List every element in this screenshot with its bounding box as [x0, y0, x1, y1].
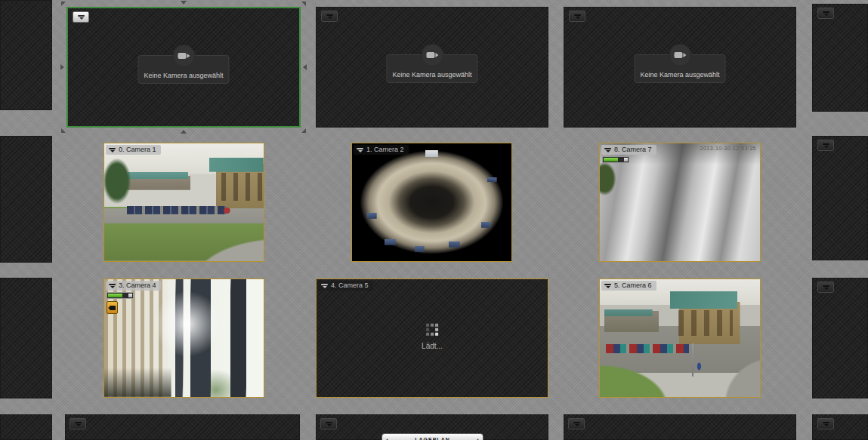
camera-event-icon [107, 301, 118, 314]
camera-tile-camera-6[interactable]: 5. Camera 6 [599, 278, 761, 398]
no-camera-placeholder: Keine Kamera ausgewählt [634, 54, 725, 83]
camera-menu-icon [823, 421, 829, 426]
loading-indicator: Lädt... [422, 324, 443, 350]
stream-level-fill [604, 158, 618, 162]
video-camera-icon [426, 52, 438, 59]
camera-menu-button[interactable] [817, 140, 834, 151]
camera-tile-camera-5[interactable]: 4. Camera 5 Lädt... [316, 278, 548, 398]
view-selector[interactable]: ▴ LAGEPLAN ▴ [381, 433, 483, 440]
camera-tile-empty-2[interactable]: Keine Kamera ausgewählt [564, 7, 796, 128]
camera-feed-image [600, 279, 760, 397]
camera-tile-empty-right-3[interactable] [812, 278, 868, 398]
camera-menu-button[interactable] [568, 418, 585, 429]
no-camera-placeholder: Keine Kamera ausgewählt [386, 54, 477, 83]
loading-text: Lädt... [422, 342, 443, 350]
camera-menu-icon[interactable] [321, 283, 328, 288]
resize-handle-nw[interactable] [61, 2, 66, 6]
camera-label: 4. Camera 5 [331, 281, 369, 291]
loading-spinner-icon [426, 324, 438, 336]
camera-label-bar[interactable]: 3. Camera 4 [106, 281, 161, 291]
camera-menu-icon [78, 14, 85, 20]
no-camera-message: Keine Kamera ausgewählt [144, 72, 223, 83]
camera-menu-icon[interactable] [357, 147, 363, 152]
scroll-up-icon-right[interactable]: ▴ [477, 437, 479, 440]
no-camera-message: Keine Kamera ausgewählt [392, 71, 471, 82]
camera-tile-empty-left-1[interactable] [0, 0, 52, 110]
camera-label: 5. Camera 6 [614, 281, 652, 291]
resize-handle-sw[interactable] [61, 128, 66, 133]
camera-tile-empty-1[interactable]: Keine Kamera ausgewählt [316, 7, 548, 128]
stream-level-meter [602, 156, 629, 163]
no-camera-icon-circle [669, 44, 691, 66]
camera-label-bar[interactable]: 8. Camera 7 [601, 145, 656, 155]
camera-label-bar[interactable]: 1. Camera 2 [354, 145, 409, 155]
camera-tile-camera-4[interactable]: 3. Camera 4 [103, 278, 264, 398]
scroll-up-icon-left[interactable]: ▴ [386, 437, 388, 440]
camera-menu-icon [326, 14, 333, 19]
camera-tile-selected[interactable]: Keine Kamera ausgewählt [66, 7, 301, 128]
camera-label-bar[interactable]: 0. Camera 1 [106, 145, 161, 155]
video-camera-icon [178, 53, 190, 60]
resize-handle-s[interactable] [181, 130, 187, 134]
camera-feed-image [352, 143, 511, 261]
camera-menu-icon [326, 421, 332, 426]
camera-tile-empty-bottom-3[interactable] [564, 414, 796, 440]
camera-label: 3. Camera 4 [119, 281, 156, 291]
no-camera-icon-circle [421, 44, 443, 66]
camera-tile-empty-right-2[interactable] [812, 136, 868, 260]
camera-label: 8. Camera 7 [614, 145, 652, 155]
camera-tile-camera-7[interactable]: 8. Camera 7 2013-10-30 12:53:35 [599, 143, 761, 262]
camera-menu-icon [574, 14, 581, 19]
camera-menu-icon [823, 11, 829, 16]
stream-level-cap [128, 294, 132, 297]
video-camera-icon [674, 52, 686, 59]
camera-menu-icon [823, 143, 829, 148]
camera-tile-empty-right-4[interactable] [812, 414, 868, 440]
camera-menu-button[interactable] [70, 418, 86, 429]
no-camera-icon-circle [172, 45, 195, 67]
resize-handle-se[interactable] [301, 128, 306, 133]
camera-menu-button[interactable] [569, 11, 585, 22]
camera-tile-empty-left-2[interactable] [0, 136, 52, 263]
camera-feed-image [104, 143, 264, 261]
no-camera-placeholder: Keine Kamera ausgewählt [137, 55, 229, 84]
camera-tile-empty-left-4[interactable] [0, 414, 52, 440]
camera-tile-empty-left-3[interactable] [0, 278, 52, 398]
resize-handle-e[interactable] [303, 64, 307, 70]
camera-menu-button[interactable] [817, 8, 834, 19]
camera-menu-button[interactable] [320, 418, 337, 429]
camera-menu-icon[interactable] [109, 283, 116, 288]
stream-level-cap [624, 158, 628, 162]
camera-timestamp: 2013-10-30 12:53:35 [700, 146, 757, 151]
resize-handle-ne[interactable] [301, 2, 306, 6]
camera-label: 0. Camera 1 [119, 145, 156, 155]
camera-menu-icon[interactable] [109, 147, 116, 152]
stream-level-fill [108, 294, 122, 297]
camera-menu-icon[interactable] [604, 147, 611, 152]
camera-menu-icon [75, 421, 82, 426]
view-selector-value: LAGEPLAN [415, 437, 450, 440]
camera-menu-button[interactable] [73, 11, 89, 23]
camera-tile-empty-right-1[interactable] [812, 4, 868, 112]
camera-label: 1. Camera 2 [366, 145, 404, 155]
camera-tile-camera-1[interactable]: 0. Camera 1 [103, 143, 264, 262]
resize-handle-n[interactable] [181, 1, 187, 5]
camera-menu-button[interactable] [817, 418, 834, 429]
stream-level-meter [107, 292, 134, 299]
camera-menu-button[interactable] [817, 282, 834, 293]
camera-menu-icon [823, 285, 829, 290]
camera-menu-button[interactable] [321, 11, 338, 22]
resize-handle-w[interactable] [60, 64, 64, 70]
no-camera-message: Keine Kamera ausgewählt [640, 71, 719, 82]
camera-menu-icon[interactable] [604, 283, 611, 288]
camera-tile-empty-bottom-1[interactable] [65, 414, 300, 440]
camera-tile-camera-2[interactable]: 1. Camera 2 [351, 143, 512, 262]
camera-map-canvas: Keine Kamera ausgewählt Keine Kamera aus… [0, 0, 868, 440]
camera-label-bar[interactable]: 4. Camera 5 [318, 281, 373, 291]
camera-menu-icon [573, 421, 580, 426]
camera-label-bar[interactable]: 5. Camera 6 [601, 281, 656, 291]
